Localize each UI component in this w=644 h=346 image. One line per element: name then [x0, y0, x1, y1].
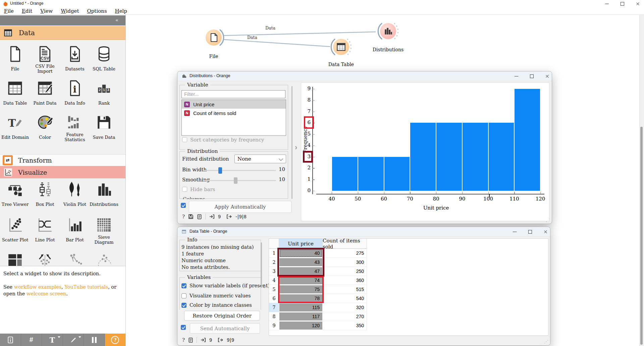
statusbar-report-icon[interactable] — [188, 337, 193, 343]
sort-categories-checkbox[interactable] — [182, 137, 187, 142]
row-number-cell[interactable]: 8 — [269, 312, 279, 321]
sidebar-widget-distributions[interactable]: Distributions — [89, 181, 119, 209]
sidebar-widget-color[interactable]: Color — [30, 114, 60, 142]
data-table-window-titlebar[interactable]: Data Table - Orange — [177, 227, 550, 237]
sidebar-widget-mosaic-display[interactable] — [0, 252, 30, 266]
sidebar-widget-data-info[interactable]: i Data Info — [60, 80, 90, 108]
visualize-numeric-checkbox[interactable] — [181, 293, 186, 298]
toggle-grid-button[interactable]: # — [21, 334, 42, 346]
send-automatically-checkbox[interactable] — [181, 325, 186, 330]
menu-help[interactable]: Help — [115, 8, 127, 14]
data-table-resize-grip[interactable]: ⋰ — [544, 339, 548, 344]
insert-arrow-button[interactable] — [63, 334, 84, 346]
send-automatically-button[interactable]: Send Automatically — [190, 323, 260, 334]
variable-filter-input[interactable] — [181, 90, 285, 98]
data-table-minimize-button[interactable] — [507, 228, 522, 235]
color-by-classes-checkbox[interactable] — [181, 303, 186, 308]
distributions-minimize-button[interactable] — [509, 73, 524, 79]
row-number-cell[interactable]: 7 — [269, 303, 279, 312]
sidebar-widget-feature-statistics[interactable]: Feature Statistics — [60, 114, 90, 142]
bin-width-slider[interactable] — [204, 170, 276, 171]
sidebar-widget-csv-file-import[interactable]: CSV CSV File Import — [30, 46, 60, 74]
workflow-examples-link[interactable]: workflow examples — [14, 284, 61, 290]
count-sold-cell[interactable]: 270 — [323, 312, 367, 321]
row-number-cell[interactable]: 6 — [269, 294, 279, 303]
histogram-bar[interactable] — [384, 157, 410, 191]
pause-signals-button[interactable] — [84, 334, 105, 346]
sidebar-widget-datasets[interactable]: Datasets — [60, 46, 90, 74]
data-table-maximize-button[interactable] — [523, 228, 537, 235]
unit-price-cell[interactable]: 117 — [279, 312, 323, 321]
sidebar-widget-data-table[interactable]: Data Table — [0, 80, 30, 108]
row-number-cell[interactable]: 9 — [269, 321, 279, 330]
category-transform[interactable]: ⇄ Transform — [0, 154, 125, 166]
distributions-maximize-button[interactable] — [524, 73, 539, 79]
statusbar-help-icon[interactable]: ? — [182, 214, 185, 220]
expand-panel-chevron[interactable]: › — [295, 144, 297, 151]
sidebar-widget-sieve-diagram[interactable]: Sieve Diagram — [89, 217, 119, 245]
menu-edit[interactable]: Edit — [22, 8, 32, 14]
distributions-window-titlebar[interactable]: Distributions - Orange — [177, 71, 552, 81]
youtube-tutorials-link[interactable]: YouTube tutorials — [64, 284, 108, 290]
count-sold-cell[interactable]: 275 — [323, 249, 367, 258]
sidebar-widget-freeviz[interactable] — [30, 252, 60, 266]
statusbar-help-icon[interactable]: ? — [182, 337, 185, 343]
unit-price-cell[interactable]: 115 — [279, 303, 323, 312]
row-number-cell[interactable]: 4 — [269, 276, 279, 285]
histogram-bar[interactable] — [358, 157, 384, 191]
node-file[interactable] — [206, 30, 222, 46]
histogram-bar[interactable] — [332, 157, 358, 191]
row-number-cell[interactable]: 5 — [269, 285, 279, 294]
menu-widget[interactable]: Widget — [61, 8, 79, 14]
column-header-unit-price[interactable]: Unit price — [279, 239, 323, 249]
insert-text-button[interactable]: T — [42, 334, 63, 346]
app-minimize-button[interactable] — [599, 0, 614, 7]
canvas-scrollbar-thumb[interactable] — [640, 127, 643, 345]
statusbar-report-icon[interactable] — [197, 214, 202, 220]
variable-item-count-of-items-sold[interactable]: N Count of items sold — [182, 109, 286, 117]
data-table-close-button[interactable] — [538, 228, 553, 235]
statusbar-save-icon[interactable] — [188, 214, 194, 219]
sidebar-widget-bar-plot[interactable]: Bar Plot — [60, 217, 90, 245]
app-maximize-button[interactable] — [615, 0, 630, 7]
sidebar-widget-tree-viewer[interactable]: Tree Viewer — [0, 181, 30, 209]
sidebar-widget-violin-plot[interactable]: Violin Plot — [60, 181, 90, 209]
count-sold-cell[interactable]: 320 — [323, 303, 367, 312]
histogram-bar[interactable] — [410, 123, 436, 191]
distributions-close-button[interactable] — [540, 73, 554, 79]
sidebar-widget-file[interactable]: File — [0, 46, 30, 74]
sidebar-widget-paint-data[interactable]: Paint Data — [30, 80, 60, 108]
histogram-bar[interactable] — [489, 123, 514, 191]
column-header-count-of-items-sold[interactable]: Count of items sold — [323, 239, 367, 249]
count-sold-cell[interactable]: 360 — [323, 276, 367, 285]
sidebar-widget-box-plot[interactable]: Box Plot — [30, 181, 60, 209]
node-distributions[interactable] — [380, 23, 396, 39]
node-data-table[interactable] — [333, 39, 349, 55]
menu-options[interactable]: Options — [87, 8, 107, 14]
hide-bars-checkbox[interactable] — [182, 187, 187, 192]
variable-item-unit-price[interactable]: N Unit price — [182, 100, 286, 109]
menu-view[interactable]: View — [40, 8, 53, 14]
sidebar-widget-line-plot[interactable]: Line Plot — [30, 217, 60, 245]
category-data[interactable]: Data — [0, 26, 125, 40]
smoothing-slider-handle[interactable] — [234, 177, 237, 184]
menu-file[interactable]: File — [4, 8, 14, 14]
expand-panel-chevron[interactable]: › — [263, 283, 266, 290]
sidebar-widget-radviz[interactable] — [89, 252, 119, 266]
count-sold-cell[interactable]: 540 — [323, 294, 367, 303]
corner-header-cell[interactable] — [269, 239, 279, 249]
category-visualize[interactable]: Visualize — [0, 166, 125, 178]
bin-width-slider-handle[interactable] — [218, 167, 222, 174]
left-panel-scrollbar[interactable] — [261, 242, 262, 288]
welcome-screen-link[interactable]: welcome screen — [26, 291, 66, 296]
count-sold-cell[interactable]: 350 — [323, 321, 367, 330]
count-sold-cell[interactable]: 250 — [323, 267, 367, 276]
count-sold-cell[interactable]: 515 — [323, 285, 367, 294]
show-widget-info-button[interactable] — [0, 334, 21, 346]
unit-price-cell[interactable]: 120 — [279, 321, 323, 330]
panel-splitter[interactable] — [291, 86, 292, 199]
sidebar-widget-rank[interactable]: 2 1 3 Rank — [89, 80, 119, 108]
smoothing-slider[interactable] — [204, 180, 276, 181]
apply-automatically-checkbox[interactable] — [181, 203, 186, 208]
show-variable-labels-checkbox[interactable] — [181, 283, 186, 288]
